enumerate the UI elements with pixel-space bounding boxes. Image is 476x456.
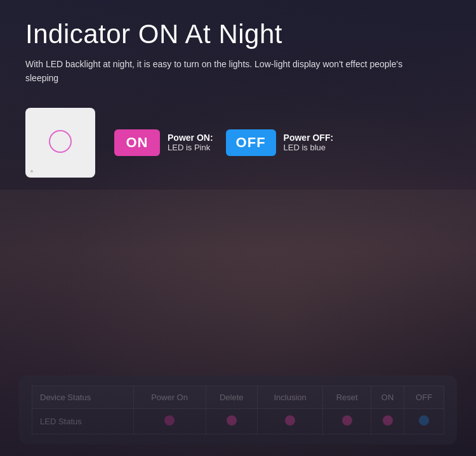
off-description-sub: LED is blue: [284, 143, 334, 152]
off-badge-label: Power OFF: LED is blue: [284, 133, 334, 152]
main-content: Indicator ON At Night With LED backlight…: [0, 0, 476, 456]
switch-circle: [49, 130, 72, 153]
off-badge: OFF: [226, 129, 276, 156]
on-description-main: Power ON:: [168, 133, 213, 143]
switch-device-image: [25, 108, 95, 178]
on-badge-label: Power ON: LED is Pink: [168, 133, 213, 152]
page-subtitle: With LED backlight at night, it is easy …: [25, 57, 432, 86]
badge-on-group: ON Power ON: LED is Pink: [114, 129, 213, 156]
page-title: Indicator ON At Night: [25, 19, 451, 49]
badge-row: ON Power ON: LED is Pink OFF Power OFF: …: [114, 129, 333, 156]
switch-dot: [30, 170, 33, 173]
badge-off-group: OFF Power OFF: LED is blue: [226, 129, 334, 156]
off-description-main: Power OFF:: [284, 133, 334, 143]
on-description-sub: LED is Pink: [168, 143, 213, 152]
on-badge: ON: [114, 129, 160, 156]
indicator-row: ON Power ON: LED is Pink OFF Power OFF: …: [25, 108, 451, 178]
